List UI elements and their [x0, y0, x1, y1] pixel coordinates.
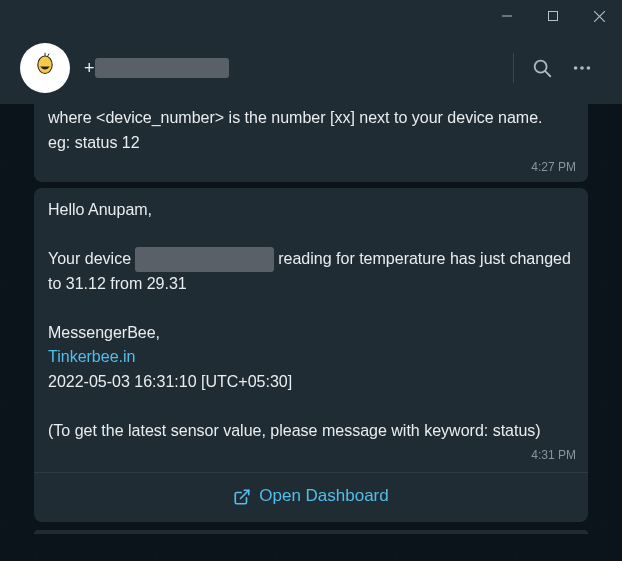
messages-area: where <device_number> is the number [xx]…	[0, 104, 622, 561]
external-link-icon	[233, 488, 251, 506]
open-dashboard-button[interactable]: Open Dashboard	[34, 472, 588, 515]
contact-prefix: +	[84, 58, 95, 78]
message-time: 4:31 PM	[48, 446, 576, 465]
message-bubble[interactable]: Hello Anupam, Your device Old_Manipal_[3…	[34, 188, 588, 522]
more-icon	[571, 57, 593, 79]
contact-name[interactable]: +91 96966 69374	[84, 58, 507, 79]
open-dashboard-label: Open Dashboard	[259, 483, 388, 509]
search-icon	[531, 57, 553, 79]
window-maximize-button[interactable]	[530, 0, 576, 32]
svg-point-10	[580, 66, 584, 70]
svg-line-8	[545, 71, 550, 76]
contact-avatar[interactable]	[20, 43, 70, 93]
message-time: 4:27 PM	[48, 158, 576, 177]
svg-point-11	[587, 66, 591, 70]
message-greeting: Hello Anupam,	[48, 198, 576, 223]
message-body: Your device Old_Manipal_[350] reading fo…	[48, 247, 576, 297]
message-bubble-partial	[34, 530, 588, 534]
window-titlebar	[0, 0, 622, 32]
chat-header: +91 96966 69374	[0, 32, 622, 104]
tinkerbee-link[interactable]: Tinkerbee.in	[48, 348, 135, 365]
window-close-button[interactable]	[576, 0, 622, 32]
message-signoff: MessengerBee,	[48, 321, 576, 346]
message-text: where <device_number> is the number [xx]…	[48, 106, 576, 131]
svg-point-4	[38, 56, 52, 74]
message-footer: (To get the latest sensor value, please …	[48, 419, 576, 444]
svg-rect-1	[549, 12, 558, 21]
svg-point-9	[574, 66, 578, 70]
message-text: eg: status 12	[48, 131, 576, 156]
message-timestamp-line: 2022-05-03 16:31:10 [UTC+05:30]	[48, 370, 576, 395]
message-bubble[interactable]: where <device_number> is the number [xx]…	[34, 104, 588, 182]
search-button[interactable]	[522, 48, 562, 88]
window-minimize-button[interactable]	[484, 0, 530, 32]
more-options-button[interactable]	[562, 48, 602, 88]
contact-redacted: 91 96966 69374	[95, 58, 229, 78]
svg-line-12	[241, 490, 249, 498]
header-divider	[513, 53, 514, 83]
device-redacted: Old_Manipal_[350]	[135, 247, 273, 272]
